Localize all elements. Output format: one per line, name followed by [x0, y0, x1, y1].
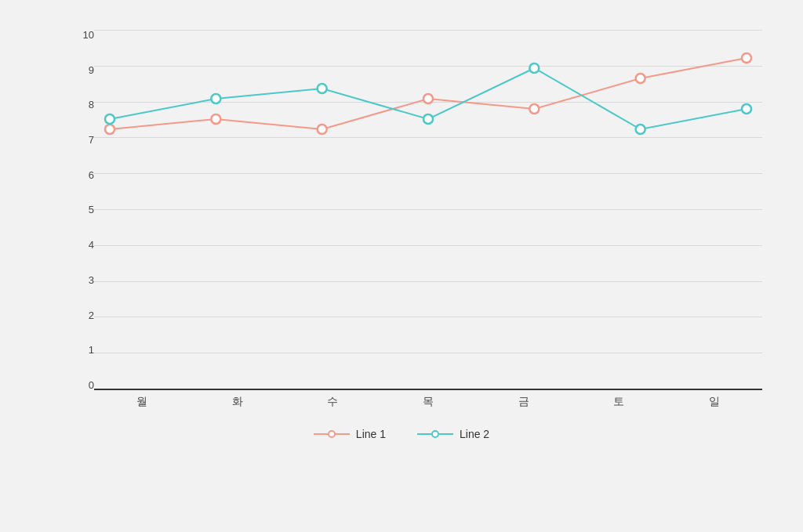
x-axis-tick: 토 [572, 395, 667, 409]
svg-point-12 [636, 125, 645, 134]
svg-point-1 [211, 114, 220, 124]
y-axis-tick: 2 [89, 310, 94, 320]
svg-point-4 [529, 104, 539, 114]
y-axis-tick: 6 [89, 170, 94, 180]
legend-line [314, 430, 350, 438]
grid-line [94, 353, 762, 353]
chart-container: 109876543210 월화수목금토일 Line 1Line 2 [0, 0, 803, 532]
legend-label: Line 1 [356, 428, 386, 440]
svg-point-2 [318, 125, 327, 134]
chart-plot-area: 월화수목금토일 [94, 30, 762, 414]
x-axis: 월화수목금토일 [94, 390, 762, 414]
y-axis-tick: 5 [89, 204, 94, 215]
legend: Line 1Line 2 [314, 428, 489, 440]
line-chart-svg [94, 30, 762, 147]
svg-point-7 [105, 114, 114, 124]
svg-point-8 [211, 94, 220, 103]
y-axis-label [41, 30, 63, 414]
legend-item: Line 1 [314, 428, 386, 440]
grid-line [94, 209, 762, 210]
grid-line [94, 317, 762, 317]
svg-point-9 [318, 84, 327, 93]
svg-point-0 [105, 125, 114, 134]
svg-point-6 [742, 53, 751, 63]
legend-label: Line 2 [460, 428, 489, 440]
y-axis-tick: 0 [89, 380, 94, 390]
x-axis-tick: 일 [667, 395, 762, 409]
svg-point-11 [529, 63, 539, 73]
y-axis-tick: 10 [83, 30, 94, 40]
svg-point-3 [423, 94, 433, 103]
svg-point-13 [742, 104, 751, 114]
y-axis-tick: 4 [89, 240, 94, 250]
svg-point-5 [636, 74, 645, 83]
grid-line [94, 173, 762, 174]
legend-item: Line 2 [417, 428, 489, 440]
y-axis-tick: 8 [89, 100, 94, 110]
x-axis-tick: 화 [190, 395, 285, 409]
x-axis-tick: 목 [380, 395, 476, 409]
x-axis-tick: 월 [94, 395, 190, 409]
y-axis-tick: 7 [89, 135, 94, 145]
x-axis-tick: 금 [476, 395, 572, 409]
grid-line [94, 245, 762, 246]
y-axis-tick: 3 [89, 275, 94, 285]
x-axis-tick: 수 [285, 395, 380, 409]
legend-line [417, 430, 453, 438]
y-axis-tick: 9 [89, 65, 94, 75]
y-axis-tick: 1 [89, 345, 94, 355]
y-axis: 109876543210 [66, 30, 94, 414]
grid-line [94, 281, 762, 282]
chart-area: 109876543210 월화수목금토일 [41, 30, 762, 414]
svg-point-10 [423, 114, 433, 124]
